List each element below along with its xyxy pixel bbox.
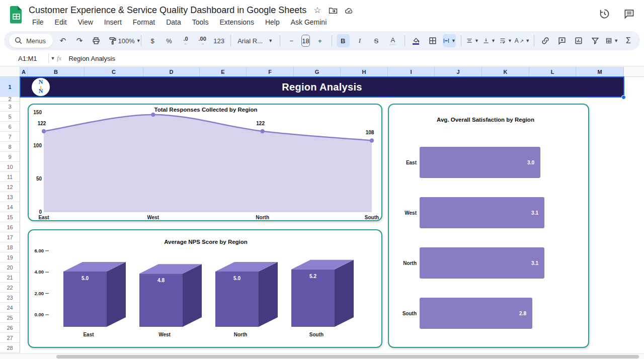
insert-table-button[interactable]: ▼ — [605, 34, 618, 47]
vertical-align-button[interactable]: ▼ — [482, 34, 496, 47]
menu-ask-gemini[interactable]: Ask Gemini — [287, 17, 331, 27]
row-header-19[interactable]: 19 — [0, 252, 20, 262]
text-color-button[interactable]: A — [386, 34, 399, 47]
move-to-folder-icon[interactable] — [329, 6, 338, 15]
italic-button[interactable]: I — [353, 34, 366, 47]
menu-help[interactable]: Help — [262, 17, 283, 27]
column-header-K[interactable]: K — [482, 67, 529, 77]
chart-total-responses[interactable]: Total Responses Collected by Region15010… — [28, 104, 382, 221]
font-family-select[interactable]: Arial R...▼ — [235, 34, 275, 47]
row-header-16[interactable]: 16 — [0, 222, 20, 232]
column-header-L[interactable]: L — [529, 67, 576, 77]
row-header-12[interactable]: 12 — [0, 182, 20, 192]
selection-fill-handle[interactable] — [621, 95, 626, 100]
column-header-J[interactable]: J — [435, 67, 482, 77]
more-formats-button[interactable]: 123 — [212, 34, 225, 47]
format-currency-button[interactable]: $ — [146, 34, 159, 47]
zoom-select[interactable]: 100%▼ — [123, 34, 136, 47]
row-header-7[interactable]: 7 — [0, 132, 20, 142]
column-header-I[interactable]: I — [388, 67, 435, 77]
column-header-E[interactable]: E — [200, 67, 247, 77]
row-header-28[interactable]: 28 — [0, 343, 20, 353]
row-header-9[interactable]: 9 — [0, 152, 20, 162]
merge-cells-button[interactable]: ▼ — [443, 34, 456, 47]
column-header-G[interactable]: G — [294, 67, 341, 77]
row-header-15[interactable]: 15 — [0, 212, 20, 222]
column-header-D[interactable]: D — [143, 67, 200, 77]
decrease-font-size-button[interactable]: − — [285, 34, 298, 47]
row-header-13[interactable]: 13 — [0, 192, 20, 202]
menu-file[interactable]: File — [29, 17, 47, 27]
formula-input[interactable]: Region Analysis — [68, 55, 115, 62]
font-size-input[interactable]: 18 — [301, 35, 309, 47]
redo-button[interactable]: ↷ — [73, 34, 86, 47]
row-header-27[interactable]: 27 — [0, 333, 20, 343]
decrease-decimal-button[interactable]: .0← — [179, 34, 192, 47]
print-button[interactable] — [90, 34, 103, 47]
row-header-17[interactable]: 17 — [0, 232, 20, 242]
row-header-23[interactable]: 23 — [0, 293, 20, 303]
horizontal-scrollbar[interactable] — [0, 353, 644, 359]
insert-comment-button[interactable] — [555, 34, 569, 47]
menu-format[interactable]: Format — [129, 17, 158, 27]
select-all-corner[interactable] — [0, 67, 20, 77]
create-filter-button[interactable] — [589, 34, 602, 47]
column-header-B[interactable]: B — [28, 67, 85, 77]
column-header-H[interactable]: H — [341, 67, 388, 77]
row-header-1[interactable]: 1 — [0, 77, 20, 97]
menu-extensions[interactable]: Extensions — [216, 17, 257, 27]
row-header-6[interactable]: 6 — [0, 122, 20, 132]
row-header-10[interactable]: 10 — [0, 162, 20, 172]
google-sheets-logo-icon[interactable] — [10, 6, 23, 26]
name-box[interactable]: A1:M1 ▼ — [0, 55, 48, 62]
text-rotation-button[interactable]: A↗ ▼ — [516, 34, 529, 47]
text-wrap-button[interactable]: ▼ — [499, 34, 512, 47]
row-header-25[interactable]: 25 — [0, 313, 20, 323]
chart-avg-satisfaction[interactable]: Avg. Overall Satisfaction by Region3.0Ea… — [388, 104, 589, 348]
menu-insert[interactable]: Insert — [101, 17, 125, 27]
star-icon[interactable]: ☆ — [313, 5, 321, 16]
column-header-A[interactable]: A — [20, 67, 28, 77]
row-header-22[interactable]: 22 — [0, 283, 20, 293]
insert-link-button[interactable] — [539, 34, 552, 47]
comments-icon[interactable] — [623, 8, 635, 22]
row-header-21[interactable]: 21 — [0, 273, 20, 283]
horizontal-align-button[interactable]: ▼ — [466, 34, 479, 47]
column-header-F[interactable]: F — [247, 67, 294, 77]
row-header-5[interactable]: 5 — [0, 112, 20, 122]
row-header-2[interactable]: 2 — [0, 97, 20, 102]
menu-data[interactable]: Data — [163, 17, 185, 27]
paint-format-button[interactable] — [106, 34, 119, 47]
column-header-C[interactable]: C — [85, 67, 143, 77]
menus-search-button[interactable]: Menus — [9, 34, 53, 48]
insert-chart-button[interactable] — [572, 34, 585, 47]
document-title[interactable]: Customer Experience & Service Quality Da… — [29, 5, 306, 16]
banner-cell-a1[interactable]: N t N Region Analysis — [20, 77, 624, 97]
increase-font-size-button[interactable]: + — [313, 34, 327, 47]
horizontal-scrollbar-thumb[interactable] — [56, 355, 639, 358]
undo-button[interactable]: ↶ — [56, 34, 69, 47]
row-header-8[interactable]: 8 — [0, 142, 20, 152]
sheet-cells-area[interactable]: N t N Region Analysis Total Responses Co… — [20, 77, 644, 353]
row-header-3[interactable]: 3 — [0, 102, 20, 112]
row-header-18[interactable]: 18 — [0, 242, 20, 252]
name-box-caret-icon[interactable]: ▼ — [51, 56, 55, 61]
chart-average-nps[interactable]: Average NPS Score by Region6.004.002.000… — [28, 229, 382, 348]
row-header-20[interactable]: 20 — [0, 262, 20, 273]
menu-view[interactable]: View — [74, 17, 97, 27]
increase-decimal-button[interactable]: .00→ — [196, 34, 209, 47]
row-header-24[interactable]: 24 — [0, 303, 20, 313]
format-percent-button[interactable]: % — [163, 34, 176, 47]
version-history-icon[interactable] — [599, 8, 610, 22]
menu-edit[interactable]: Edit — [51, 17, 70, 27]
strikethrough-button[interactable]: S — [370, 34, 383, 47]
row-header-14[interactable]: 14 — [0, 202, 20, 212]
column-header-M[interactable]: M — [576, 67, 624, 77]
menu-tools[interactable]: Tools — [189, 17, 212, 27]
functions-button[interactable]: Σ — [622, 34, 635, 47]
row-header-26[interactable]: 26 — [0, 323, 20, 333]
cloud-status-icon[interactable] — [345, 6, 354, 15]
fill-color-button[interactable] — [410, 34, 423, 47]
borders-button[interactable] — [426, 34, 439, 47]
row-header-11[interactable]: 11 — [0, 172, 20, 182]
